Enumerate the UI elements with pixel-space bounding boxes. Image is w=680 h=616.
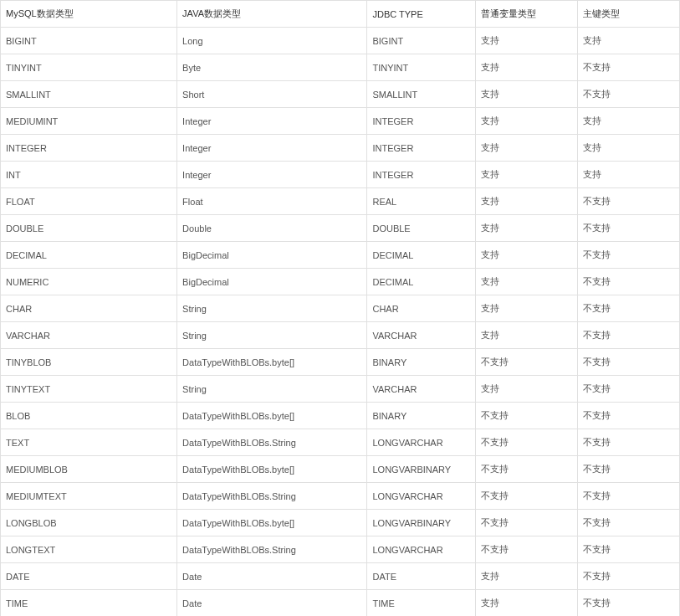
table-row: TEXTDataTypeWithBLOBs.StringLONGVARCHAR不… xyxy=(1,429,680,456)
table-cell: CHAR xyxy=(367,295,476,322)
table-row: CHARStringCHAR支持不支持 xyxy=(1,295,680,322)
table-cell: 不支持 xyxy=(578,295,680,322)
table-cell: VARCHAR xyxy=(367,376,476,403)
table-cell: BINARY xyxy=(367,349,476,376)
table-cell: 不支持 xyxy=(476,403,578,429)
table-cell: DOUBLE xyxy=(1,215,177,242)
table-cell: Integer xyxy=(177,135,367,162)
table-cell: DataTypeWithBLOBs.String xyxy=(177,536,367,563)
table-cell: TINYTEXT xyxy=(1,376,177,403)
table-cell: 不支持 xyxy=(476,349,578,376)
table-cell: DATE xyxy=(1,563,177,590)
table-cell: DataTypeWithBLOBs.byte[] xyxy=(177,456,367,483)
table-cell: CHAR xyxy=(1,295,177,322)
table-body: BIGINTLongBIGINT支持支持TINYINTByteTINYINT支持… xyxy=(1,28,680,617)
table-cell: 支持 xyxy=(476,188,578,215)
table-row: TINYINTByteTINYINT支持不支持 xyxy=(1,54,680,81)
table-cell: BigDecimal xyxy=(177,269,367,295)
table-cell: 不支持 xyxy=(476,483,578,510)
table-cell: FLOAT xyxy=(1,188,177,215)
table-cell: 不支持 xyxy=(578,536,680,563)
table-cell: 支持 xyxy=(476,563,578,590)
table-cell: Long xyxy=(177,28,367,54)
table-cell: BIGINT xyxy=(1,28,177,54)
table-header-row: MySQL数据类型 JAVA数据类型 JDBC TYPE 普通变量类型 主键类型 xyxy=(1,1,680,28)
table-cell: REAL xyxy=(367,188,476,215)
table-cell: 不支持 xyxy=(578,510,680,536)
table-row: LONGTEXTDataTypeWithBLOBs.StringLONGVARC… xyxy=(1,536,680,563)
table-cell: INTEGER xyxy=(367,162,476,188)
table-cell: 不支持 xyxy=(476,510,578,536)
table-row: VARCHARStringVARCHAR支持不支持 xyxy=(1,322,680,349)
table-cell: BIGINT xyxy=(367,28,476,54)
table-cell: 支持 xyxy=(476,81,578,108)
table-row: TINYTEXTStringVARCHAR支持不支持 xyxy=(1,376,680,403)
table-cell: INTEGER xyxy=(1,135,177,162)
table-cell: 不支持 xyxy=(578,376,680,403)
table-row: TIMEDateTIME支持不支持 xyxy=(1,590,680,617)
header-java-type: JAVA数据类型 xyxy=(177,1,367,28)
table-cell: 不支持 xyxy=(578,403,680,429)
header-mysql-type: MySQL数据类型 xyxy=(1,1,177,28)
table-cell: Integer xyxy=(177,108,367,135)
table-cell: LONGVARCHAR xyxy=(367,429,476,456)
table-cell: TINYINT xyxy=(367,54,476,81)
table-cell: LONGTEXT xyxy=(1,536,177,563)
table-cell: BINARY xyxy=(367,403,476,429)
table-cell: DECIMAL xyxy=(367,269,476,295)
table-cell: 不支持 xyxy=(578,242,680,269)
table-cell: 不支持 xyxy=(578,81,680,108)
table-row: FLOATFloatREAL支持不支持 xyxy=(1,188,680,215)
table-cell: TIME xyxy=(367,590,476,617)
table-cell: 不支持 xyxy=(476,456,578,483)
table-cell: DataTypeWithBLOBs.byte[] xyxy=(177,349,367,376)
table-cell: 支持 xyxy=(578,135,680,162)
table-cell: DECIMAL xyxy=(1,242,177,269)
table-row: BLOBDataTypeWithBLOBs.byte[]BINARY不支持不支持 xyxy=(1,403,680,429)
type-mapping-table: MySQL数据类型 JAVA数据类型 JDBC TYPE 普通变量类型 主键类型… xyxy=(0,0,680,616)
table-row: DATEDateDATE支持不支持 xyxy=(1,563,680,590)
table-cell: 不支持 xyxy=(578,456,680,483)
table-cell: 支持 xyxy=(578,28,680,54)
table-cell: Short xyxy=(177,81,367,108)
table-cell: DATE xyxy=(367,563,476,590)
table-row: INTIntegerINTEGER支持支持 xyxy=(1,162,680,188)
table-cell: 不支持 xyxy=(578,54,680,81)
table-cell: 不支持 xyxy=(578,269,680,295)
table-row: SMALLINTShortSMALLINT支持不支持 xyxy=(1,81,680,108)
table-row: LONGBLOBDataTypeWithBLOBs.byte[]LONGVARB… xyxy=(1,510,680,536)
table-cell: LONGVARCHAR xyxy=(367,536,476,563)
table-cell: DataTypeWithBLOBs.String xyxy=(177,483,367,510)
table-cell: 支持 xyxy=(476,376,578,403)
table-row: BIGINTLongBIGINT支持支持 xyxy=(1,28,680,54)
table-row: TINYBLOBDataTypeWithBLOBs.byte[]BINARY不支… xyxy=(1,349,680,376)
table-cell: DataTypeWithBLOBs.String xyxy=(177,429,367,456)
table-cell: 支持 xyxy=(476,215,578,242)
table-cell: DataTypeWithBLOBs.byte[] xyxy=(177,510,367,536)
table-cell: LONGVARBINARY xyxy=(367,510,476,536)
table-cell: DataTypeWithBLOBs.byte[] xyxy=(177,403,367,429)
table-cell: BigDecimal xyxy=(177,242,367,269)
table-cell: TINYINT xyxy=(1,54,177,81)
table-cell: Integer xyxy=(177,162,367,188)
table-cell: 支持 xyxy=(578,162,680,188)
table-cell: NUMERIC xyxy=(1,269,177,295)
table-cell: 不支持 xyxy=(578,483,680,510)
table-cell: TEXT xyxy=(1,429,177,456)
table-row: MEDIUMTEXTDataTypeWithBLOBs.StringLONGVA… xyxy=(1,483,680,510)
table-cell: 支持 xyxy=(476,242,578,269)
table-cell: MEDIUMTEXT xyxy=(1,483,177,510)
table-cell: 不支持 xyxy=(476,429,578,456)
header-primary-key-type: 主键类型 xyxy=(578,1,680,28)
table-cell: VARCHAR xyxy=(367,322,476,349)
table-cell: INT xyxy=(1,162,177,188)
header-variable-type: 普通变量类型 xyxy=(476,1,578,28)
table-cell: Byte xyxy=(177,54,367,81)
table-cell: 支持 xyxy=(476,108,578,135)
table-cell: 不支持 xyxy=(578,349,680,376)
table-cell: MEDIUMBLOB xyxy=(1,456,177,483)
table-cell: 支持 xyxy=(476,590,578,617)
table-cell: 不支持 xyxy=(578,429,680,456)
table-cell: 支持 xyxy=(476,269,578,295)
table-cell: 支持 xyxy=(476,28,578,54)
